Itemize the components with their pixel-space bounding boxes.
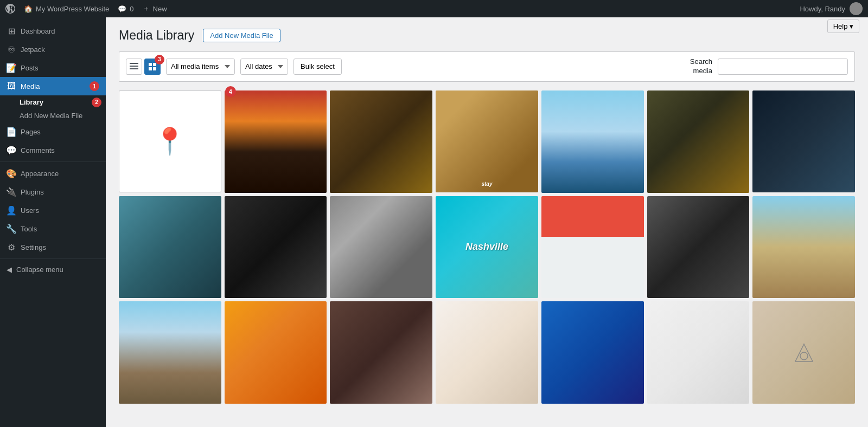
appearance-icon: 🎨 [7,169,16,178]
bulk-select-button[interactable]: Bulk select [293,59,342,75]
media-item-candle[interactable] [436,301,538,404]
howdy-text: Howdy, Randy [800,5,845,13]
media-item-bike1[interactable]: stay [436,90,538,193]
grid-view-button[interactable]: 3 [144,59,161,75]
moto1-image [225,196,327,299]
media-item-bike2[interactable] [647,196,750,299]
sidebar-item-settings[interactable]: ⚙ Settings [0,238,106,256]
sidebar-sub-add-new[interactable]: Add New Media File [20,109,106,122]
media-item-white[interactable] [647,301,750,404]
sidebar-sub-library[interactable]: Library 2 [20,95,106,109]
media-item-yellow-car[interactable] [225,301,327,404]
media-item-cards1[interactable] [330,90,432,193]
svg-point-8 [800,352,808,360]
sea-image [541,90,644,193]
car1-image [119,196,221,299]
sidebar-divider [0,161,106,162]
sidebar-item-label: Comments [21,146,55,154]
wp-logo-item[interactable] [5,4,15,14]
svg-marker-7 [795,344,813,361]
media-item-moto2[interactable] [752,196,855,299]
sidebar-item-label: Dashboard [21,27,55,35]
bike1-image: stay [436,90,538,193]
sidebar-item-label: Plugins [21,188,44,196]
media-item-nashville[interactable]: Nashville [436,196,538,299]
home-icon: 🏠 [24,5,33,13]
cards2-image [330,301,432,404]
list-view-button[interactable] [126,59,142,75]
sidebar-item-jetpack[interactable]: ♾ Jetpack [0,40,106,59]
comment-count: 0 [130,5,133,13]
sidebar-item-dashboard[interactable]: ⊞ Dashboard [0,22,106,40]
badge-4: 4 [225,86,236,97]
media-badge: 1 [90,81,99,91]
cards1-image [330,90,432,193]
svg-rect-6 [153,67,156,70]
moto2-image [752,196,855,299]
page-title: Media Library [119,28,194,43]
sidebar-item-label: Users [21,206,39,215]
plus-icon: ＋ [143,4,150,14]
wp-logo-icon [5,4,15,14]
plugins-icon: 🔌 [7,187,16,197]
help-button[interactable]: Help ▾ [827,20,859,33]
media-item-sea[interactable] [541,90,644,193]
media-item-rv2[interactable] [541,196,644,299]
help-area: Help ▾ [827,20,859,33]
media-item-cards2[interactable] [330,301,432,404]
sidebar-item-tools[interactable]: 🔧 Tools [0,219,106,238]
comment-icon: 💬 [118,5,126,13]
media-item-placeholder[interactable]: 📍 [119,90,221,193]
filter-date-select[interactable]: All dates [240,59,288,75]
media-item-city[interactable] [225,90,327,193]
settings-icon: ⚙ [7,242,16,252]
site-name-item[interactable]: 🏠 My WordPress Website [24,5,109,13]
cafe-image [647,90,750,193]
city-image [225,90,327,193]
howdy-section: Howdy, Randy [800,2,863,15]
sidebar-item-appearance[interactable]: 🎨 Appearance [0,164,106,183]
sidebar-item-comments[interactable]: 💬 Comments [0,141,106,159]
pin-icon: 📍 [154,126,186,157]
library-label: Library [20,98,43,106]
geo-symbol [793,342,815,364]
help-label: Help ▾ [833,22,853,30]
sidebar-item-label: Media [21,82,40,90]
sidebar-item-label: Tools [21,225,37,233]
sidebar-item-plugins[interactable]: 🔌 Plugins [0,183,106,201]
media-grid: 📍 stay [119,90,855,404]
posts-icon: 📝 [7,63,16,73]
tools-icon: 🔧 [7,224,16,234]
filter-type-select[interactable]: All media items [166,59,235,75]
grid-view-badge: 3 [155,55,164,64]
page-header: Media Library Add New Media File [119,28,855,43]
sidebar-item-users[interactable]: 👤 Users [0,201,106,219]
new-bar-item[interactable]: ＋ New [143,4,167,14]
media-item-cafe[interactable] [647,90,750,193]
media-item-car1[interactable] [119,196,221,299]
media-submenu: Library 2 Add New Media File [0,95,106,122]
media-icon: 🖼 [7,81,16,91]
media-item-moto1[interactable] [225,196,327,299]
collapse-label: Collapse menu [16,266,63,274]
svg-rect-5 [149,67,152,70]
media-item-car2[interactable] [330,196,432,299]
media-item-rv1[interactable] [752,90,855,193]
media-item-bible[interactable] [541,301,644,404]
sidebar-item-pages[interactable]: 📄 Pages [0,122,106,141]
grid-icon [149,63,156,70]
add-new-media-button[interactable]: Add New Media File [203,29,280,42]
bible-image [541,301,644,404]
search-media-input[interactable] [718,59,848,75]
jetpack-icon: ♾ [7,44,16,54]
media-item-geo[interactable] [752,301,855,404]
media-item-truck[interactable] [119,301,221,404]
new-label: New [153,5,167,13]
sidebar-item-posts[interactable]: 📝 Posts [0,59,106,77]
comments-bar-item[interactable]: 💬 0 [118,5,133,13]
sidebar-item-media[interactable]: 🖼 Media 1 [0,77,106,95]
comments-icon: 💬 [7,145,16,155]
collapse-menu-item[interactable]: ◀ Collapse menu [0,261,106,278]
sidebar-item-label: Posts [21,64,39,72]
geo-image [752,301,855,404]
